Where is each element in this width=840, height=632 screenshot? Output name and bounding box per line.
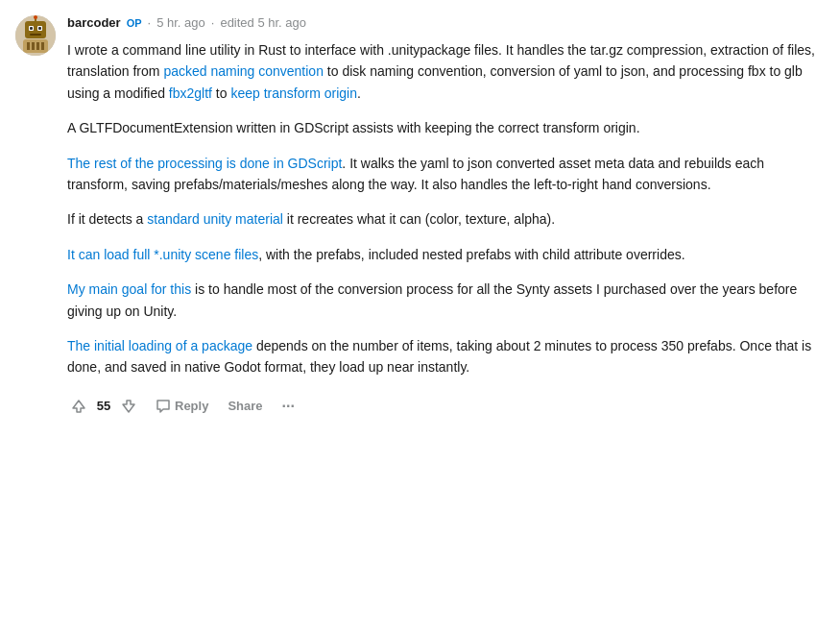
link-unity-scene[interactable]: It can load full *.unity scene files [67,247,258,262]
upvote-button[interactable] [67,395,90,418]
paragraph-5: It can load full *.unity scene files, wi… [67,244,821,265]
svg-rect-11 [32,42,35,50]
downvote-icon [121,399,136,414]
paragraph-6: My main goal for this is to handle most … [67,279,821,322]
paragraph-4: If it detects a standard unity material … [67,208,821,230]
share-label: Share [228,399,262,413]
avatar-column [15,15,56,421]
svg-rect-5 [38,27,41,30]
paragraph-2: A GLTFDocumentExtension written in GDScr… [67,117,821,138]
link-rest-processing[interactable]: The rest of the processing is done in GD… [67,156,342,171]
svg-rect-13 [41,42,44,50]
op-badge: OP [127,17,142,29]
link-keep-transform[interactable]: keep transform origin [230,85,357,101]
meta-dot: · [148,15,152,30]
timestamp: 5 hr. ago [156,15,205,30]
actions-row: 55 Reply Share ··· [67,392,821,421]
link-fbx2gltf[interactable]: fbx2gltf [169,85,212,101]
svg-rect-10 [27,42,30,50]
post-container: barcoder OP · 5 hr. ago · edited 5 hr. a… [0,0,840,436]
downvote-button[interactable] [117,395,140,418]
svg-rect-1 [25,21,46,38]
meta-dot-2: · [211,15,215,30]
vote-section: 55 [67,395,140,418]
post-body: I wrote a command line utility in Rust t… [67,39,821,378]
edited-label: edited 5 hr. ago [220,15,306,30]
svg-rect-9 [23,39,48,53]
link-main-goal[interactable]: My main goal for this [67,281,191,297]
svg-rect-8 [30,34,41,36]
link-initial-loading[interactable]: The initial loading of a package [67,338,252,353]
comment-icon [156,399,171,414]
post-content: barcoder OP · 5 hr. ago · edited 5 hr. a… [67,15,821,421]
more-button[interactable]: ··· [275,392,302,421]
reply-label: Reply [175,399,208,413]
post-meta: barcoder OP · 5 hr. ago · edited 5 hr. a… [67,15,821,30]
paragraph-1: I wrote a command line utility in Rust t… [67,39,821,104]
upvote-icon [71,399,86,414]
avatar [15,15,56,56]
link-packed-naming[interactable]: packed naming convention [163,63,324,79]
vote-count: 55 [94,399,113,413]
svg-point-7 [34,15,37,19]
link-standard-unity[interactable]: standard unity material [147,211,283,227]
more-label: ··· [282,398,295,415]
paragraph-3: The rest of the processing is done in GD… [67,153,821,196]
avatar-image [15,15,56,56]
paragraph-7: The initial loading of a package depends… [67,335,821,378]
svg-rect-4 [30,27,33,30]
svg-rect-12 [36,42,39,50]
username: barcoder [67,15,121,30]
share-button[interactable]: Share [220,393,270,419]
reply-button[interactable]: Reply [148,393,216,420]
